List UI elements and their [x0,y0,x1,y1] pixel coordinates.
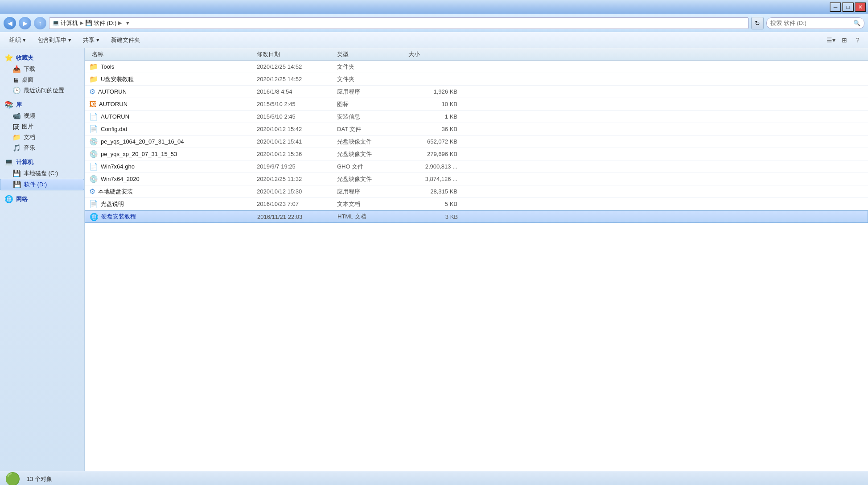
file-date-cell: 2020/12/25 14:52 [257,76,337,82]
table-row[interactable]: 📄 Win7x64.gho 2019/9/7 19:25 GHO 文件 2,90… [85,160,868,173]
file-icon: 💿 [89,175,98,183]
col-header-name[interactable]: 名称 [87,50,257,58]
col-date-label: 修改日期 [257,50,280,58]
search-input[interactable] [770,20,852,26]
file-type-cell: DAT 文件 [337,125,408,133]
sidebar-favorites-label: 收藏夹 [16,54,33,62]
close-button[interactable]: ✕ [855,2,866,12]
search-icon: 🔍 [853,20,860,26]
breadcrumb-computer[interactable]: 💻 计算机 [52,19,78,27]
file-type-cell: 文本文档 [337,200,408,208]
file-name-cell: 💿 Win7x64_2020 [87,175,257,183]
sidebar-docs-label: 文档 [24,133,35,141]
sidebar-item-recent[interactable]: 🕒 最近访问的位置 [0,85,84,96]
table-row[interactable]: ⚙ 本地硬盘安装 2020/10/12 15:30 应用程序 28,315 KB [85,185,868,198]
sidebar-software-d-label: 软件 (D:) [24,181,47,189]
breadcrumb-arrow-1: ▶ [80,20,83,26]
file-name-text: 光盘说明 [101,200,124,208]
empty-area[interactable] [85,223,868,401]
toolbar-right: ☰▾ ⊞ ? [825,34,864,46]
table-row[interactable]: 📁 U盘安装教程 2020/12/25 14:52 文件夹 [85,73,868,86]
table-row[interactable]: 💿 pe_yqs_1064_20_07_31_16_04 2020/10/12 … [85,136,868,148]
sidebar-favorites-section: ⭐ 收藏夹 📥 下载 🖥 桌面 🕒 最近访问的位置 [0,52,84,96]
sidebar-video-label: 视频 [24,112,35,120]
view-change-button[interactable]: ☰▾ [825,34,837,46]
table-row[interactable]: 💿 pe_yqs_xp_20_07_31_15_53 2020/10/12 15… [85,148,868,160]
table-row[interactable]: 📁 Tools 2020/12/25 14:52 文件夹 [85,61,868,73]
table-row[interactable]: 💿 Win7x64_2020 2020/12/25 11:32 光盘映像文件 3… [85,173,868,185]
computer-sidebar-icon: 💻 [4,158,13,166]
forward-button[interactable]: ▶ [19,17,31,29]
file-type-cell: 应用程序 [337,88,408,96]
favorites-star-icon: ⭐ [4,53,13,62]
file-date-cell: 2015/5/10 2:45 [257,113,337,120]
sidebar-picture-label: 图片 [22,123,33,131]
layout-button[interactable]: ⊞ [839,34,850,46]
file-name-cell: 📁 Tools [87,62,257,71]
sidebar-computer-section: 💻 计算机 💾 本地磁盘 (C:) 💾 软件 (D:) [0,156,84,190]
sidebar-computer-header[interactable]: 💻 计算机 [0,156,84,168]
table-row[interactable]: 🌐 硬盘安装教程 2016/11/21 22:03 HTML 文档 3 KB [85,210,868,223]
sidebar-item-picture[interactable]: 🖼 图片 [0,121,84,132]
table-row[interactable]: 📄 光盘说明 2016/10/23 7:07 文本文档 5 KB [85,198,868,210]
file-size-cell: 3,874,126 ... [408,176,466,182]
recent-icon: 🕒 [12,86,21,95]
sidebar-recent-label: 最近访问的位置 [24,86,64,95]
sidebar-item-music[interactable]: 🎵 音乐 [0,143,84,153]
file-icon: ⚙ [89,187,95,196]
file-date-cell: 2020/12/25 11:32 [257,176,337,182]
breadcrumb-drive[interactable]: 💾 软件 (D:) [85,19,116,27]
minimize-button[interactable]: ─ [830,2,841,12]
back-button[interactable]: ◀ [4,17,16,29]
file-icon: 📁 [89,62,98,71]
statusbar-count: 13 个对象 [27,475,52,483]
file-name-text: AUTORUN [101,113,129,120]
file-name-text: 本地硬盘安装 [98,188,133,196]
include-library-button[interactable]: 包含到库中 ▾ [33,34,76,46]
file-size-cell: 36 KB [408,126,466,132]
file-size-cell: 2,900,813 ... [408,163,466,170]
file-name-text: pe_yqs_xp_20_07_31_15_53 [101,151,177,157]
new-folder-label: 新建文件夹 [111,36,140,44]
table-row[interactable]: 📄 AUTORUN 2015/5/10 2:45 安装信息 1 KB [85,111,868,123]
help-button[interactable]: ? [852,34,864,46]
search-box[interactable]: 🔍 [766,17,864,29]
up-button[interactable]: ↑ [34,17,46,29]
sidebar-item-desktop[interactable]: 🖥 桌面 [0,74,84,85]
table-row[interactable]: 📄 Config.dat 2020/10/12 15:42 DAT 文件 36 … [85,123,868,136]
file-date-cell: 2019/9/7 19:25 [257,163,337,170]
sidebar-item-docs[interactable]: 📁 文档 [0,132,84,143]
sidebar-item-local-c[interactable]: 💾 本地磁盘 (C:) [0,168,84,179]
sidebar-item-downloads[interactable]: 📥 下载 [0,64,84,74]
statusbar: 🟢 13 个对象 [0,471,868,485]
refresh-button[interactable]: ↻ [751,17,764,29]
sidebar-library-header[interactable]: 📚 库 [0,99,84,111]
sidebar-item-software-d[interactable]: 💾 软件 (D:) [0,179,84,190]
file-name-cell: ⚙ 本地硬盘安装 [87,187,257,196]
organize-button[interactable]: 组织 ▾ [4,34,31,46]
file-type-cell: 文件夹 [337,75,408,83]
breadcrumb-drive-label: 软件 (D:) [94,19,116,27]
include-label: 包含到库中 [37,36,66,44]
table-row[interactable]: ⚙ AUTORUN 2016/1/8 4:54 应用程序 1,926 KB [85,86,868,98]
col-header-date[interactable]: 修改日期 [257,50,337,58]
sidebar-favorites-header[interactable]: ⭐ 收藏夹 [0,52,84,64]
breadcrumb: 💻 计算机 ▶ 💾 软件 (D:) ▶ ▾ [49,17,749,29]
file-name-cell: ⚙ AUTORUN [87,87,257,96]
col-header-type[interactable]: 类型 [337,50,408,58]
maximize-button[interactable]: □ [842,2,854,12]
sidebar-music-label: 音乐 [24,144,35,152]
filelist-area: 名称 修改日期 类型 大小 📁 Tools 2020/12/25 14:52 文… [85,48,868,471]
col-header-size[interactable]: 大小 [408,50,466,58]
file-date-cell: 2015/5/10 2:45 [257,101,337,107]
breadcrumb-dropdown-button[interactable]: ▾ [123,19,132,27]
file-icon: 📁 [89,75,98,83]
new-folder-button[interactable]: 新建文件夹 [106,34,145,46]
table-row[interactable]: 🖼 AUTORUN 2015/5/10 2:45 图标 10 KB [85,98,868,111]
file-name-cell: 💿 pe_yqs_xp_20_07_31_15_53 [87,150,257,158]
share-button[interactable]: 共享 ▾ [78,34,104,46]
sidebar-item-video[interactable]: 📹 视频 [0,111,84,121]
file-name-cell: 💿 pe_yqs_1064_20_07_31_16_04 [87,137,257,146]
sidebar-network-header[interactable]: 🌐 网络 [0,193,84,205]
file-size-cell: 1,926 KB [408,88,466,95]
